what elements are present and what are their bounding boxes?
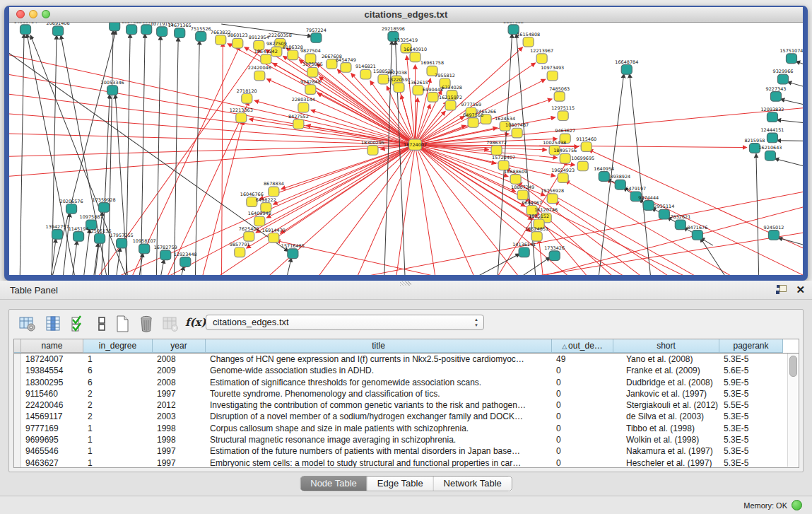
cell-short[interactable]: Jankovic et al. (1997) [613, 388, 719, 399]
graph-node[interactable] [560, 153, 570, 163]
graph-node[interactable] [536, 54, 547, 64]
select-checkboxes-icon[interactable] [70, 315, 88, 334]
graph-node[interactable] [73, 232, 84, 242]
cell-name[interactable]: 22420046 [21, 399, 83, 411]
cell-out_degree[interactable]: 49 [552, 354, 613, 365]
graph-node[interactable] [107, 86, 118, 95]
cell-pagerank[interactable]: 5.3E-5 [719, 354, 783, 365]
cell-short[interactable]: Dudbridge et al. (2008) [613, 377, 719, 388]
graph-node[interactable] [445, 100, 456, 110]
show-columns-icon[interactable] [45, 315, 64, 334]
graph-node[interactable] [767, 133, 777, 143]
graph-node[interactable] [767, 112, 777, 122]
cell-in_degree[interactable]: 1 [83, 434, 153, 445]
graph-node[interactable] [768, 230, 779, 240]
network-canvas[interactable]: 7663822986012389129542226035898275098186… [9, 23, 803, 275]
graph-node[interactable] [233, 38, 243, 48]
graph-node[interactable] [510, 175, 521, 185]
cell-title[interactable]: Disruption of a novel member of a sodium… [206, 411, 552, 422]
cell-short[interactable]: Wolkin et al. (1998) [613, 434, 719, 445]
graph-node[interactable] [413, 86, 423, 95]
cell-in_degree[interactable]: 6 [83, 377, 153, 388]
cell-pagerank[interactable]: 5.3E-5 [719, 423, 783, 434]
graph-node[interactable] [367, 146, 378, 156]
graph-node[interactable] [175, 28, 185, 38]
graph-node[interactable] [254, 216, 265, 226]
cell-name[interactable]: 9777169 [21, 423, 83, 434]
cell-year[interactable]: 1997 [153, 388, 206, 399]
cell-pagerank[interactable]: 5.5E-5 [719, 399, 783, 411]
column-header-out_degree[interactable]: △out_de… [552, 339, 613, 353]
cell-out_degree[interactable]: 0 [552, 411, 613, 422]
graph-node[interactable] [52, 230, 63, 240]
graph-node[interactable] [269, 187, 279, 197]
graph-node[interactable] [621, 65, 632, 75]
column-header-in_degree[interactable]: in_degree [83, 339, 153, 353]
cell-year[interactable]: 2008 [153, 377, 206, 388]
cell-in_degree[interactable]: 1 [83, 354, 153, 365]
cell-out_degree[interactable]: 0 [552, 457, 613, 468]
panel-resize-grip[interactable] [400, 281, 411, 286]
tab-network-table[interactable]: Network Table [434, 477, 512, 491]
graph-node[interactable] [491, 146, 502, 156]
graph-node[interactable] [53, 26, 64, 36]
graph-node[interactable] [547, 194, 558, 204]
cell-title[interactable]: Investigating the contribution of common… [206, 399, 552, 411]
cell-short[interactable]: Nakamura et al. (1997) [613, 445, 719, 457]
graph-node[interactable] [659, 209, 669, 219]
delete-column-icon[interactable] [138, 315, 156, 334]
cell-year[interactable]: 2009 [153, 365, 206, 376]
graph-node[interactable] [581, 142, 592, 152]
graph-node[interactable] [577, 161, 588, 171]
table-row[interactable]: 969969511998Structural magnetic resonanc… [14, 434, 799, 445]
table-row[interactable]: 977716911998Corpus callosum shape and si… [14, 423, 799, 434]
graph-node[interactable] [261, 54, 271, 64]
graph-node[interactable] [95, 233, 105, 243]
cell-year[interactable]: 2003 [153, 411, 206, 422]
graph-node[interactable] [244, 232, 254, 242]
float-panel-icon[interactable] [776, 285, 787, 294]
tab-edge-table[interactable]: Edge Table [367, 477, 434, 491]
cell-name[interactable]: 9699695 [21, 434, 83, 445]
cell-title[interactable]: Changes of HCN gene expression and I(f) … [206, 354, 552, 365]
graph-node[interactable] [288, 249, 298, 259]
table-vertical-scrollbar[interactable] [787, 354, 797, 467]
cell-name[interactable]: 14569117 [21, 411, 83, 422]
cell-in_degree[interactable]: 2 [83, 399, 153, 411]
graph-node[interactable] [117, 238, 127, 248]
close-panel-icon[interactable]: ✕ [796, 284, 805, 296]
graph-node[interactable] [558, 173, 568, 183]
graph-node[interactable] [126, 25, 137, 35]
graph-node[interactable] [196, 32, 206, 42]
graph-node[interactable] [765, 151, 775, 160]
graph-node[interactable] [298, 103, 309, 112]
cell-in_degree[interactable]: 2 [83, 388, 153, 399]
scrollbar-thumb[interactable] [789, 356, 797, 377]
table-row[interactable]: 946362711997Embryonic stem cells: a mode… [14, 457, 799, 468]
cell-short[interactable]: Hescheler et al. (1997) [613, 457, 719, 468]
graph-node[interactable] [547, 71, 558, 81]
graph-node[interactable] [468, 118, 478, 128]
graph-node[interactable] [160, 250, 171, 260]
cell-name[interactable]: 18300295 [21, 377, 83, 388]
cell-short[interactable]: Stergiakouli et al. (2012) [613, 399, 719, 411]
graph-node[interactable] [293, 119, 304, 129]
cell-title[interactable]: Embryonic stem cells: a model to study s… [206, 457, 552, 468]
row-selection-icon[interactable] [94, 315, 112, 334]
cell-year[interactable]: 1997 [153, 457, 206, 468]
graph-node[interactable] [599, 172, 609, 182]
cell-name[interactable]: 19384554 [21, 365, 83, 376]
cell-year[interactable]: 2012 [153, 399, 206, 411]
graph-node[interactable] [311, 33, 322, 43]
graph-node[interactable] [110, 23, 120, 31]
graph-node[interactable] [288, 50, 298, 60]
cell-pagerank[interactable]: 5.3E-5 [719, 457, 783, 468]
graph-node[interactable] [643, 201, 654, 211]
cell-title[interactable]: Genome-wide association studies in ADHD. [206, 365, 552, 376]
graph-node[interactable] [615, 180, 625, 189]
graph-node[interactable] [512, 128, 522, 138]
table-mode-icon[interactable] [19, 315, 37, 334]
cell-title[interactable]: Structural magnetic resonance image aver… [206, 434, 552, 445]
cell-pagerank[interactable]: 5.3E-5 [719, 411, 783, 422]
graph-node[interactable] [410, 52, 420, 62]
